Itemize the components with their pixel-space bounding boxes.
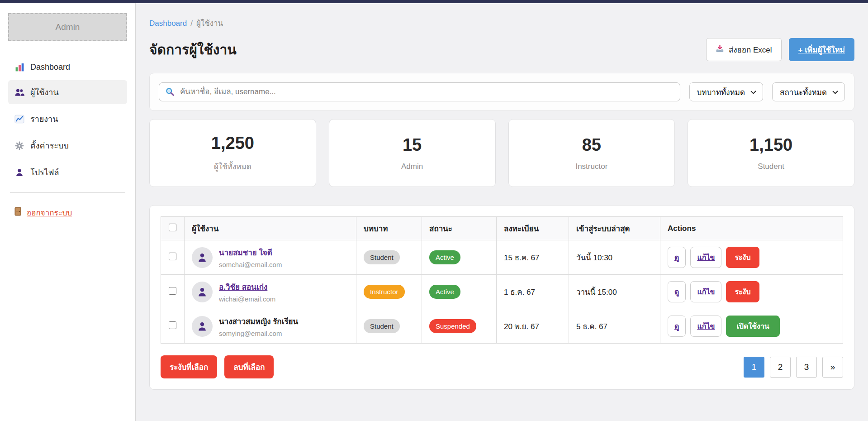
last-login: 5 ธ.ค. 67 xyxy=(569,309,660,344)
page-button-2[interactable]: 2 xyxy=(770,357,791,378)
download-icon xyxy=(716,44,724,55)
status-filter-value: สถานะทั้งหมด xyxy=(780,86,827,98)
sidebar-item-label: โปรไฟล์ xyxy=(30,166,59,179)
delete-selected-button[interactable]: ลบที่เลือก xyxy=(224,355,274,378)
suspend-button[interactable]: ระงับ xyxy=(726,281,759,302)
stat-card-total-users: 1,250 ผู้ใช้ทั้งหมด xyxy=(149,119,316,187)
user-email: somying@email.com xyxy=(219,330,298,337)
avatar xyxy=(192,247,213,268)
activate-button[interactable]: เปิดใช้งาน xyxy=(726,316,779,337)
stat-label: Student xyxy=(758,162,784,171)
top-accent-bar xyxy=(0,0,868,3)
row-checkbox[interactable] xyxy=(169,253,176,260)
role-badge: Student xyxy=(364,250,400,264)
stat-label: Instructor xyxy=(575,162,607,171)
user-name-link[interactable]: อ.วิชัย สอนเก่ง xyxy=(219,283,267,292)
breadcrumb-separator: / xyxy=(190,19,193,28)
registered-date: 15 ธ.ค. 67 xyxy=(497,240,569,275)
edit-button[interactable]: แก้ไข xyxy=(690,247,721,268)
person-icon xyxy=(14,167,24,177)
filter-bar: บทบาททั้งหมด สถานะทั้งหมด xyxy=(149,73,854,111)
search-input[interactable] xyxy=(159,82,680,101)
role-filter-value: บทบาททั้งหมด xyxy=(697,86,745,98)
sidebar-item-settings[interactable]: ตั้งค่าระบบ xyxy=(8,134,127,158)
sidebar-divider xyxy=(10,192,125,193)
breadcrumb-dashboard-link[interactable]: Dashboard xyxy=(149,19,187,28)
stat-card-admin: 15 Admin xyxy=(329,119,496,187)
sidebar-item-users[interactable]: ผู้ใช้งาน xyxy=(8,80,127,104)
user-email: somchai@email.com xyxy=(219,261,282,268)
sidebar-item-label: รายงาน xyxy=(30,112,58,125)
export-excel-button[interactable]: ส่งออก Excel xyxy=(706,38,782,61)
users-icon xyxy=(14,87,24,97)
column-header-user: ผู้ใช้งาน xyxy=(185,217,356,240)
door-icon xyxy=(14,207,21,218)
role-badge: Student xyxy=(364,319,400,333)
role-filter-select[interactable]: บทบาททั้งหมด xyxy=(689,82,764,101)
page-button-3[interactable]: 3 xyxy=(796,357,817,378)
view-button[interactable]: ดู xyxy=(668,316,686,337)
breadcrumb: Dashboard/ผู้ใช้งาน xyxy=(149,17,854,29)
stat-value: 85 xyxy=(582,135,601,155)
table-header-row: ผู้ใช้งาน บทบาท สถานะ ลงทะเบียน เข้าสู่ร… xyxy=(161,217,843,240)
suspend-button[interactable]: ระงับ xyxy=(726,247,759,268)
logout-label: ออกจากระบบ xyxy=(27,206,72,219)
page-button-next[interactable]: » xyxy=(822,357,843,378)
line-chart-icon xyxy=(14,114,24,124)
logout-link[interactable]: ออกจากระบบ xyxy=(14,206,72,219)
sidebar-item-label: ตั้งค่าระบบ xyxy=(30,139,69,152)
user-name: นางสาวสมหญิง รักเรียน xyxy=(219,317,298,326)
table-row: อ.วิชัย สอนเก่ง wichai@email.com Instruc… xyxy=(161,275,843,309)
column-header-status: สถานะ xyxy=(422,217,497,240)
stat-card-instructor: 85 Instructor xyxy=(508,119,675,187)
export-excel-label: ส่งออก Excel xyxy=(729,43,772,56)
stat-value: 1,150 xyxy=(749,135,792,155)
stat-label: Admin xyxy=(401,162,423,171)
column-header-actions: Actions xyxy=(660,217,843,240)
edit-button[interactable]: แก้ไข xyxy=(690,281,721,302)
row-checkbox[interactable] xyxy=(169,321,176,329)
users-table-card: ผู้ใช้งาน บทบาท สถานะ ลงทะเบียน เข้าสู่ร… xyxy=(149,205,854,390)
stat-card-student: 1,150 Student xyxy=(688,119,854,187)
stats-row: 1,250 ผู้ใช้ทั้งหมด 15 Admin 85 Instruct… xyxy=(149,119,854,187)
avatar xyxy=(192,316,213,337)
sidebar-item-label: Dashboard xyxy=(30,62,70,72)
view-button[interactable]: ดู xyxy=(668,247,686,268)
view-button[interactable]: ดู xyxy=(668,281,686,302)
column-header-last-login: เข้าสู่ระบบล่าสุด xyxy=(569,217,660,240)
sidebar-item-reports[interactable]: รายงาน xyxy=(8,107,127,131)
last-login: วันนี้ 10:30 xyxy=(569,240,660,275)
edit-button[interactable]: แก้ไข xyxy=(690,316,721,337)
stat-value: 15 xyxy=(403,135,422,155)
sidebar: Admin Dashboard ผู้ใช้งาน รายงาน ตั้งค่า xyxy=(0,3,136,421)
gear-icon xyxy=(14,141,24,151)
user-email: wichai@email.com xyxy=(219,295,275,303)
suspend-selected-button[interactable]: ระงับที่เลือก xyxy=(161,355,217,378)
sidebar-item-profile[interactable]: โปรไฟล์ xyxy=(8,160,127,184)
user-name-link[interactable]: นายสมชาย ใจดี xyxy=(219,249,272,257)
stat-label: ผู้ใช้ทั้งหมด xyxy=(214,160,251,172)
row-checkbox[interactable] xyxy=(169,287,176,295)
status-badge: Active xyxy=(429,285,460,299)
main-content: Dashboard/ผู้ใช้งาน จัดการผู้ใช้งาน ส่งอ… xyxy=(136,3,868,421)
registered-date: 1 ธ.ค. 67 xyxy=(497,275,569,309)
add-user-label: + เพิ่มผู้ใช้ใหม่ xyxy=(798,43,845,56)
search-wrap xyxy=(159,82,680,101)
avatar xyxy=(192,282,213,302)
registered-date: 20 พ.ย. 67 xyxy=(497,309,569,344)
last-login: วานนี้ 15:00 xyxy=(569,275,660,309)
logo-placeholder: Admin xyxy=(8,13,127,41)
logo-text: Admin xyxy=(56,22,80,32)
page-button-1[interactable]: 1 xyxy=(744,357,764,378)
table-row: นายสมชาย ใจดี somchai@email.com Student … xyxy=(161,240,843,275)
chevron-down-icon xyxy=(832,87,838,96)
column-header-role: บทบาท xyxy=(356,217,422,240)
select-all-checkbox[interactable] xyxy=(169,224,176,231)
add-user-button[interactable]: + เพิ่มผู้ใช้ใหม่ xyxy=(789,38,854,61)
sidebar-item-dashboard[interactable]: Dashboard xyxy=(8,57,127,77)
bar-chart-icon xyxy=(14,62,24,72)
status-filter-select[interactable]: สถานะทั้งหมด xyxy=(772,82,845,101)
table-row: นางสาวสมหญิง รักเรียน somying@email.com … xyxy=(161,309,843,344)
role-badge: Instructor xyxy=(364,285,405,299)
status-badge: Active xyxy=(429,250,460,264)
